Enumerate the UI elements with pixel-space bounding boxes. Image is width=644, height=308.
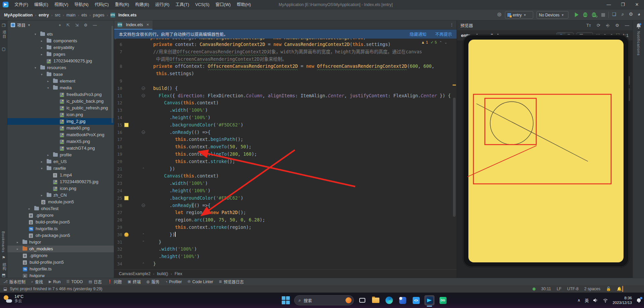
edge-browser-button[interactable] bbox=[384, 295, 394, 305]
previewer-settings-gear-icon[interactable]: ⚙ bbox=[615, 23, 619, 28]
settings-gear-icon[interactable]: ⚙ bbox=[627, 11, 635, 17]
code-line-25[interactable]: 25 .backgroundColor('#F5DC62') bbox=[114, 195, 457, 202]
editor-breadcrumb-item[interactable]: CanvasExample2 bbox=[119, 271, 150, 276]
code-line-14[interactable]: 14 .height('100%') bbox=[114, 114, 457, 121]
close-button[interactable]: ✕ bbox=[630, 0, 644, 9]
tree-scrollbar[interactable] bbox=[111, 26, 113, 123]
code-line-15[interactable]: 15 .backgroundColor('#F5DC62') bbox=[114, 121, 457, 129]
tree-item-.gitignore[interactable]: ⊘.gitignore bbox=[7, 252, 114, 259]
tree-item-build-profile.json5[interactable]: {}build-profile.json5 bbox=[7, 219, 114, 225]
taskbar-weather-widget[interactable]: 14°C 多云 bbox=[3, 294, 24, 303]
tree-item-ic_public_refresh.png[interactable]: ic_public_refresh.png bbox=[7, 105, 114, 111]
code-line-10[interactable]: 10− build() { bbox=[114, 85, 457, 92]
lock-icon[interactable]: 🔓 bbox=[606, 287, 611, 291]
search-icon[interactable]: ⌕ bbox=[619, 11, 627, 17]
stop-button[interactable] bbox=[601, 13, 605, 17]
toolwindow-服务[interactable]: ◍服务 bbox=[146, 279, 159, 285]
tree-chevron-icon[interactable]: ▾ bbox=[47, 85, 51, 91]
tree-item-ohosTest[interactable]: ▸ohosTest bbox=[7, 205, 114, 212]
tree-item-freeBudsPro3.png[interactable]: freeBudsPro3.png bbox=[7, 91, 114, 98]
tree-item-element[interactable]: ▸element bbox=[7, 78, 114, 85]
menu-编辑E[interactable]: 编辑(E) bbox=[31, 0, 51, 9]
fold-marker-icon[interactable]: ⌃ bbox=[142, 167, 145, 170]
menu-文件F[interactable]: 文件(F) bbox=[11, 0, 31, 9]
toolwindow-Code Linter[interactable]: ✇Code Linter bbox=[188, 279, 213, 284]
restart-debug-button[interactable]: ↻ bbox=[592, 12, 596, 17]
panel-settings-gear-icon[interactable]: ⚙ bbox=[84, 23, 88, 28]
network-icon[interactable] bbox=[603, 298, 608, 303]
tree-item-img_2.jpg[interactable]: img_2.jpg bbox=[7, 118, 114, 125]
editor-scrollbar[interactable] bbox=[453, 98, 456, 217]
breadcrumb-item[interactable]: entry bbox=[39, 13, 49, 17]
menu-VCSS[interactable]: VCS(S) bbox=[192, 0, 212, 9]
tree-item-oh_modules[interactable]: ▸oh_modules bbox=[7, 246, 114, 252]
editor-options-kebab-icon[interactable]: ⋮ bbox=[450, 22, 454, 27]
file-explorer-button[interactable] bbox=[371, 295, 381, 305]
tree-chevron-icon[interactable]: ▸ bbox=[17, 246, 20, 252]
tree-chevron-icon[interactable]: ▸ bbox=[41, 38, 44, 44]
code-line-6[interactable]: 6 private context: CanvasRenderingContex… bbox=[114, 41, 457, 48]
target-icon[interactable]: ◎ bbox=[496, 11, 503, 17]
tree-item-1702344909275.jpg[interactable]: 1702344909275.jpg bbox=[7, 58, 114, 64]
run-config-dropdown[interactable]: entry ▼ bbox=[505, 11, 533, 19]
refresh-icon[interactable]: ⟳ bbox=[597, 23, 600, 28]
code-line-31[interactable]: 31⌃ } bbox=[114, 239, 457, 246]
code-line-21[interactable]: 21⌃ }) bbox=[114, 165, 457, 173]
notification-center-bell-icon[interactable] bbox=[636, 298, 641, 303]
close-tab-icon[interactable]: ✕ bbox=[146, 23, 149, 27]
device-dropdown[interactable]: No Devices ▼ bbox=[537, 11, 568, 19]
indent-setting[interactable]: 2 spaces bbox=[584, 287, 600, 291]
menu-视图V[interactable]: 视图(V) bbox=[51, 0, 72, 9]
tree-item-watchGT4.png[interactable]: watchGT4.png bbox=[7, 145, 114, 152]
bookmarks-strip-label[interactable]: Bookmarks bbox=[1, 231, 5, 253]
tree-item-1702344909275.jpg[interactable]: 1702344909275.jpg bbox=[7, 178, 114, 185]
tree-item-hvigor[interactable]: ▸hvigor bbox=[7, 239, 114, 246]
fold-marker-icon[interactable]: − bbox=[142, 94, 145, 97]
file-encoding[interactable]: UTF-8 bbox=[567, 287, 579, 291]
tree-item-zh_CN[interactable]: ▸zh_CN bbox=[7, 192, 114, 199]
menu-运行R[interactable]: 运行(R) bbox=[152, 0, 172, 9]
tree-item-icon.png[interactable]: icon.png bbox=[7, 111, 114, 118]
tree-item-module.json5[interactable]: {}module.json5 bbox=[7, 199, 114, 205]
code-line-28[interactable]: 28 region.arc(100, 75, 50, 0, 6.28); bbox=[114, 216, 457, 224]
tree-item-components[interactable]: ▸components bbox=[7, 38, 114, 44]
tree-item-resources[interactable]: ▾resources bbox=[7, 64, 114, 71]
structure-icon[interactable]: ⬒ bbox=[1, 273, 6, 277]
code-line-12[interactable]: 12 Canvas(this.context) bbox=[114, 99, 457, 107]
breadcrumb[interactable]: MyApplication›entry›src›main›ets›pages›E… bbox=[4, 9, 137, 20]
code-line-26[interactable]: 26− .onReady(() =>{ bbox=[114, 202, 457, 209]
menu-工具T[interactable]: 工具(T) bbox=[172, 0, 192, 9]
tree-chevron-icon[interactable]: ▾ bbox=[35, 64, 38, 71]
tree-item-icon.png[interactable]: icon.png bbox=[7, 185, 114, 192]
code-line-34[interactable]: 34⌃ } bbox=[114, 260, 457, 268]
tree-chevron-icon[interactable]: ▸ bbox=[17, 239, 20, 246]
input-language-indicator[interactable]: 英 bbox=[585, 298, 589, 303]
code-line-13[interactable]: 13 .width('100%') bbox=[114, 107, 457, 114]
tree-chevron-icon[interactable]: ▸ bbox=[29, 205, 32, 212]
tree-item-pages[interactable]: ▸pages bbox=[7, 51, 114, 58]
code-line-24[interactable]: 24 .height('100%') bbox=[114, 187, 457, 195]
tree-item-mateX5.png[interactable]: mateX5.png bbox=[7, 138, 114, 145]
breadcrumb-item[interactable]: src bbox=[55, 13, 60, 17]
tree-item-mate60.png[interactable]: mate60.png bbox=[7, 125, 114, 132]
tree-item-profile[interactable]: ▸profile bbox=[7, 152, 114, 158]
tree-item-hvigorfile.ts[interactable]: TShvigorfile.ts bbox=[7, 225, 114, 232]
tree-chevron-icon[interactable]: ▾ bbox=[35, 31, 38, 38]
clock-widget[interactable]: 8:36 2023/12/13 bbox=[612, 296, 632, 305]
editor-breadcrumbs[interactable]: CanvasExample2›build()›Flex bbox=[114, 269, 457, 278]
tree-item-ic_public_back.png[interactable]: ic_public_back.png bbox=[7, 98, 114, 105]
hide-panel-icon[interactable]: — bbox=[93, 23, 97, 28]
code-line-17[interactable]: 17 this.context.beginPath(); bbox=[114, 136, 457, 143]
datagrip-button[interactable]: DG bbox=[438, 295, 448, 305]
locate-file-icon[interactable]: ⌖ bbox=[59, 23, 61, 28]
fold-marker-icon[interactable]: ⌃ bbox=[142, 240, 145, 244]
hide-previewer-icon[interactable]: — bbox=[625, 23, 629, 28]
code-line-32[interactable]: 32 .width('100%') bbox=[114, 246, 457, 253]
tree-chevron-icon[interactable]: ▸ bbox=[41, 192, 44, 199]
tree-item-entryability[interactable]: ▸entryability bbox=[7, 44, 114, 51]
code-line-29[interactable]: 29 this.context.stroke(region); bbox=[114, 224, 457, 231]
menu-导航N[interactable]: 导航(N) bbox=[71, 0, 91, 9]
fold-marker-icon[interactable]: − bbox=[142, 204, 145, 207]
code-line-wrap[interactable]: this.settings) bbox=[114, 70, 457, 78]
menu-帮助H[interactable]: 帮助(H) bbox=[234, 0, 254, 9]
